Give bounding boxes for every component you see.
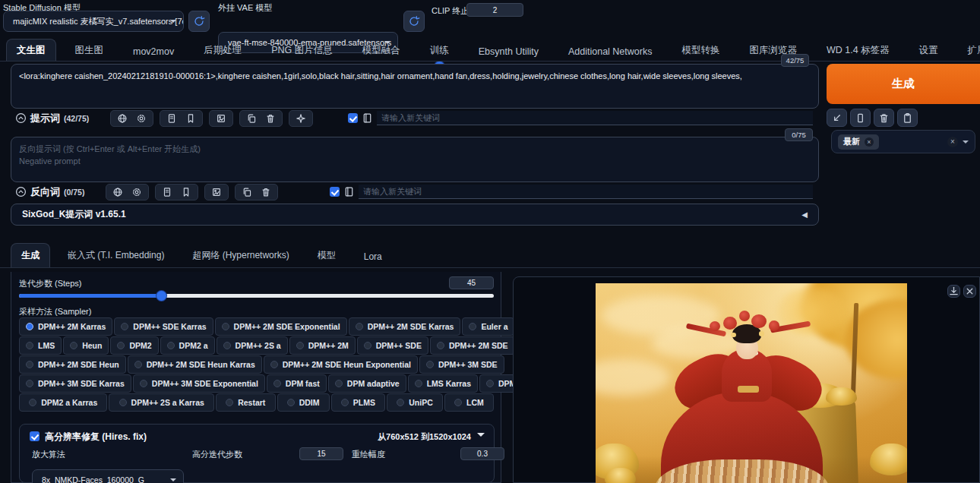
main-tab-WD 1.4 标签器[interactable]: WD 1.4 标签器	[816, 39, 900, 62]
main-tab-后期处理[interactable]: 后期处理	[193, 39, 252, 62]
sampler-option[interactable]: DPM++ 3M SDE Exponential	[133, 374, 265, 393]
sd-model-dropdown[interactable]: majicMIX realistic 麦橘写实_v7.safetensors […	[3, 11, 184, 32]
prompt-textarea[interactable]: <lora:kinghere caishen_20240212181910-00…	[11, 64, 819, 109]
main-tab-Additional Networks[interactable]: Additional Networks	[558, 41, 662, 62]
doc-icon[interactable]	[162, 187, 172, 197]
main-tab-PNG 图片信息[interactable]: PNG 图片信息	[261, 39, 343, 62]
sparkle-icon[interactable]	[296, 113, 306, 124]
sampler-option[interactable]: DPM++ 2S a Karras	[109, 393, 214, 412]
chevron-down-icon[interactable]	[963, 140, 969, 147]
sixgod-accordion[interactable]: SixGod_K提示词 v1.65.1 ◀	[11, 204, 819, 226]
doc-icon[interactable]	[166, 113, 177, 124]
steps-slider[interactable]	[19, 290, 494, 301]
main-tab-文生图[interactable]: 文生图	[6, 39, 56, 62]
style-tag-chip[interactable]: 最新 ×	[838, 134, 879, 150]
sampler-option[interactable]: DPM++ 2M	[289, 336, 356, 355]
sampler-option[interactable]: DPM++ 2M Karras	[19, 317, 112, 336]
sampler-option[interactable]: DPM++ 2M SDE Heun	[19, 355, 126, 374]
gear-icon[interactable]	[131, 187, 142, 197]
keyword-toggle-checkbox[interactable]	[348, 113, 358, 123]
main-tab-设置[interactable]: 设置	[909, 39, 949, 62]
denoise-value[interactable]: 0.3	[460, 447, 504, 460]
main-tab-模型转换[interactable]: 模型转换	[671, 39, 730, 62]
hires-fix-checkbox[interactable]	[30, 431, 40, 441]
bookmark-icon[interactable]	[185, 113, 196, 124]
style-tag-label: 最新	[843, 136, 860, 147]
sampler-option[interactable]: Heun	[63, 336, 109, 355]
trash-icon[interactable]	[874, 109, 894, 127]
preview-corner-actions	[947, 285, 976, 298]
main-tab-图生图[interactable]: 图生图	[65, 39, 115, 62]
trash-icon[interactable]	[265, 113, 276, 124]
frame-icon[interactable]	[850, 109, 871, 127]
sampler-option[interactable]: Restart	[216, 393, 275, 412]
sampler-option[interactable]: DPM++ 2M SDE Karras	[349, 317, 461, 336]
bookmark-icon[interactable]	[181, 187, 191, 197]
sampler-option[interactable]: DPM fast	[267, 374, 327, 393]
clip-skip-value[interactable]: 2	[466, 3, 523, 17]
clear-tags-icon[interactable]: ×	[947, 137, 958, 147]
main-tab-扩展[interactable]: 扩展	[957, 39, 980, 62]
clipboard-icon[interactable]	[897, 109, 918, 127]
restore-icon[interactable]	[827, 109, 847, 127]
gear-icon[interactable]	[136, 113, 147, 124]
sampler-option[interactable]: DPM++ 2M SDE Heun Exponential	[264, 355, 418, 374]
style-tag-dropdown[interactable]: 最新 × ×	[831, 130, 975, 153]
new-keyword-input[interactable]	[377, 111, 813, 125]
sub-tab-Lora[interactable]: Lora	[353, 245, 393, 267]
sampler-option[interactable]: DPM2	[110, 336, 158, 355]
sub-tab-生成[interactable]: 生成	[11, 243, 50, 267]
sampler-option[interactable]: DPM++ SDE Karras	[114, 317, 213, 336]
copy-icon[interactable]	[246, 113, 257, 124]
sampler-option[interactable]: DPM2 a	[160, 336, 215, 355]
sampler-option[interactable]: Euler a	[462, 317, 514, 336]
refresh-sd-model-icon[interactable]	[188, 11, 210, 32]
sampler-option[interactable]: DDIM	[277, 393, 330, 412]
collapse-negative-icon[interactable]	[15, 186, 27, 197]
globe-icon[interactable]	[117, 113, 128, 124]
slider-handle[interactable]	[156, 291, 166, 301]
negative-tool-icons	[106, 184, 278, 200]
refresh-vae-icon[interactable]	[403, 11, 425, 32]
main-tab-模型融合[interactable]: 模型融合	[352, 39, 411, 62]
hires-caret-icon[interactable]	[477, 433, 485, 440]
sampler-option[interactable]: DPM++ 2M SDE Exponential	[215, 317, 347, 336]
ocr-icon[interactable]	[211, 187, 222, 197]
hires-steps-value[interactable]: 15	[299, 447, 343, 460]
sub-tab-嵌入式 (T.I. Embedding)[interactable]: 嵌入式 (T.I. Embedding)	[57, 243, 175, 267]
steps-value[interactable]: 45	[449, 276, 494, 289]
main-tab-训练[interactable]: 训练	[419, 39, 460, 62]
download-icon[interactable]	[947, 285, 960, 298]
collapse-prompt-icon[interactable]	[15, 112, 27, 124]
sampler-option[interactable]: DPM++ 2M SDE Heun Karras	[128, 355, 262, 374]
new-keyword-input[interactable]	[359, 185, 813, 199]
main-tab-Ebsynth Utility[interactable]: Ebsynth Utility	[468, 41, 549, 62]
main-tab-mov2mov[interactable]: mov2mov	[122, 41, 185, 62]
sampler-option[interactable]: LCM	[444, 393, 494, 412]
upscaler-dropdown[interactable]: 8x_NMKD-Faces_160000_G	[32, 469, 184, 483]
sampler-option[interactable]: DPM++ 3M SDE	[419, 355, 504, 374]
globe-icon[interactable]	[112, 187, 123, 197]
remove-tag-icon[interactable]: ×	[865, 137, 874, 147]
sampler-option[interactable]: UniPC	[387, 393, 443, 412]
generated-image[interactable]	[596, 283, 907, 483]
sampler-option[interactable]: LMS	[19, 336, 62, 355]
sampler-option[interactable]: DPM adaptive	[328, 374, 406, 393]
trash-icon[interactable]	[261, 187, 271, 197]
sampler-option[interactable]: DPM++ 3M SDE Karras	[19, 374, 131, 393]
sampler-option[interactable]: DPM++ 2S a	[217, 336, 288, 355]
radio-icon	[117, 342, 125, 349]
sub-tab-模型[interactable]: 模型	[307, 243, 346, 267]
sampler-option[interactable]: LMS Karras	[408, 374, 478, 393]
sampler-option[interactable]: DPM++ SDE	[357, 336, 428, 355]
close-icon[interactable]	[963, 285, 976, 298]
sub-tab-超网络 (Hypernetworks)[interactable]: 超网络 (Hypernetworks)	[182, 243, 299, 267]
negative-prompt-textarea[interactable]	[11, 137, 819, 182]
ocr-icon[interactable]	[216, 113, 226, 124]
sampler-option[interactable]: DPM2 a Karras	[19, 393, 107, 412]
generate-button[interactable]: 生成	[827, 64, 980, 104]
sampler-option[interactable]: PLMS	[331, 393, 385, 412]
keyword-toggle-checkbox[interactable]	[330, 187, 340, 197]
sampler-option[interactable]: DPM++ 2M SDE	[430, 336, 515, 355]
copy-icon[interactable]	[242, 187, 252, 197]
